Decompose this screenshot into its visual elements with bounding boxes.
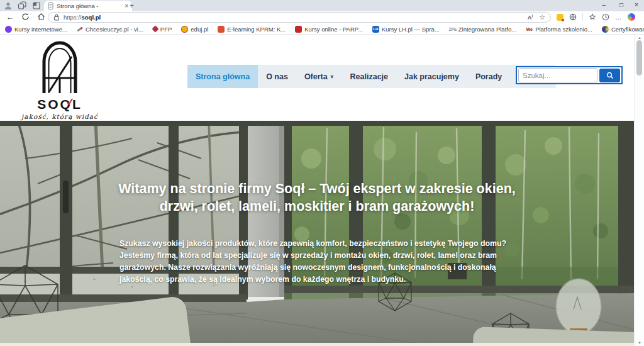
nav-item-realizacje[interactable]: Realizacje [342,65,396,88]
bookmark-item[interactable]: LHKursy LH.pl — Spra... [372,26,440,33]
bookmarks-bar: Kursy internetowe... Chcesieuczyc.pl - v… [0,24,644,35]
tab-strip: Strona główna - × + – □ × [0,0,644,11]
site-info-lock-icon[interactable] [53,14,60,21]
browser-tab[interactable]: Strona główna - × [44,1,132,11]
bookmark-favicon [602,26,609,33]
bookmark-item[interactable]: eduj.pl [181,26,208,33]
hero-background-image [0,121,634,343]
logo-tagline: jakość, którą widać [19,113,101,120]
next-section-edge [0,343,634,346]
close-button[interactable]: × [629,0,644,11]
bookmark-item[interactable]: Certyfikowane kursy... [602,26,644,33]
back-icon[interactable]: ← [6,13,14,21]
bookmark-favicon: LH [372,26,379,33]
page-scrollbar[interactable]: ▲ ▼ [634,35,644,346]
bookmark-favicon [77,26,83,31]
workspaces-icon[interactable] [18,1,26,10]
scrollbar-thumb[interactable] [636,40,642,75]
bookmark-item[interactable]: ZPEZintegrowana Platfo... [449,26,516,33]
browser-window: Strona główna - × + – □ × ← https://soql… [0,0,644,346]
nav-item-strona-glowna[interactable]: Strona główna [187,65,258,88]
copilot-icon[interactable] [628,13,635,21]
settings-more-icon[interactable]: … [615,14,622,21]
bookmark-item[interactable]: E-learning KPRM: K... [218,26,286,33]
scroll-down-icon[interactable]: ▼ [635,341,644,345]
bookmark-item[interactable]: Kursy online - PARP... [295,26,363,33]
read-aloud-icon[interactable]: A) [528,14,533,21]
site-logo[interactable]: SOQL✓ jakość, którą widać [19,39,101,120]
bookmark-item[interactable]: Kursy internetowe... [5,26,67,33]
bookmark-favicon [5,26,12,33]
maximize-button[interactable]: □ [614,0,629,11]
url-text: https://soql.pl [64,14,101,21]
logo-check-icon: ✓ [65,95,77,109]
tab-actions-icon[interactable] [32,1,41,10]
refresh-icon[interactable] [21,13,30,21]
chevron-down-icon: ∨ [330,74,334,79]
scroll-up-icon[interactable]: ▲ [635,36,644,40]
minimize-button[interactable]: – [596,0,611,11]
site-header: SOQL✓ jakość, którą widać Strona główna … [0,35,634,121]
favorite-star-icon[interactable]: ☆ [539,14,545,21]
logo-wordmark: SOQL✓ [37,97,82,112]
tab-close-icon[interactable]: × [125,3,128,9]
address-bar[interactable]: https://soql.pl A) ☆ [48,12,551,23]
main-navigation: Strona główna O nas Oferta∨ Realizacje J… [187,65,556,88]
bookmark-favicon [295,26,302,33]
nav-item-oferta[interactable]: Oferta∨ [296,65,342,88]
bookmark-favicon [152,25,158,32]
search-button[interactable] [599,69,620,82]
bookmark-favicon [181,26,188,33]
url-scheme: https:// [64,14,82,21]
bookmark-favicon: ZPE [449,26,456,33]
site-search [516,66,623,84]
hero-paragraph: Szukasz wysokiej jakości produktów, któr… [119,238,517,286]
tab-favicon [48,3,53,9]
bookmark-item[interactable]: WePlatforma szkolenio... [526,26,592,33]
bookmark-favicon: We [526,26,533,33]
hero-heading: Witamy na stronie firmy Soqł – Twój eksp… [109,181,525,215]
bookmark-item[interactable]: Chcesieuczyc.pl - vi... [77,26,143,33]
bookmark-favicon [218,26,225,33]
collections-icon[interactable] [589,13,596,21]
nav-item-porady[interactable]: Porady [467,65,510,88]
url-domain: soql.pl [82,14,101,21]
toolbar-divider [582,13,583,21]
nav-item-o-nas[interactable]: O nas [258,65,296,88]
profile-icon[interactable] [4,1,13,10]
tracking-prevention-icon[interactable] [569,13,577,21]
address-toolbar: ← https://soql.pl A) ☆ [0,11,644,24]
new-tab-button[interactable]: + [130,1,134,10]
home-icon[interactable] [37,13,45,21]
logo-arch-icon [40,39,80,94]
hero-section: Witamy na stronie firmy Soqł – Twój eksp… [0,121,634,343]
search-icon [606,72,614,79]
extension-icon[interactable] [557,14,564,21]
nav-item-jak-pracujemy[interactable]: Jak pracujemy [396,65,467,88]
history-icon[interactable] [602,13,609,21]
tab-title: Strona główna - [57,3,121,9]
bookmark-item[interactable]: PFP [153,26,172,33]
search-input[interactable] [518,68,597,82]
